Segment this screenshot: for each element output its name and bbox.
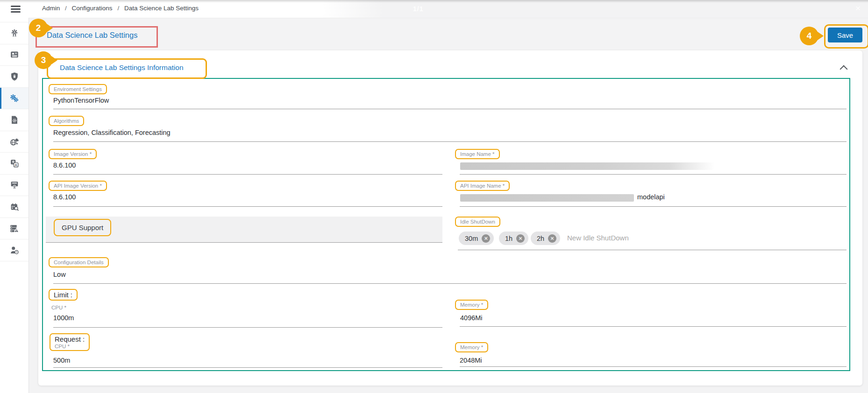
annotation-teal-region: Enviroment Settings PythonTensorFlow Alg… xyxy=(42,78,850,371)
sidebar-item-certificates[interactable] xyxy=(0,175,28,196)
sidebar-spacer xyxy=(0,18,28,22)
sidebar-item-configurations[interactable] xyxy=(0,88,28,110)
user-clock-icon xyxy=(9,245,20,255)
app-root: { "header": { "breadcrumb": ["Admin", "C… xyxy=(0,0,868,393)
api-image-name-redacted-value xyxy=(460,194,634,202)
chip-text: 30m xyxy=(465,235,478,242)
limit-memory-value: 4096Mi xyxy=(460,314,483,322)
annotation-badge-2: 2 xyxy=(29,19,48,37)
sidebar-nav: A xyxy=(0,18,29,393)
breadcrumb-admin[interactable]: Admin xyxy=(42,5,60,12)
algorithms-label: Algorithms xyxy=(49,116,84,126)
configuration-details-label: Configuration Details xyxy=(49,257,109,267)
request-cpu-value: 500m xyxy=(53,357,70,364)
sidebar-item-quality[interactable] xyxy=(0,22,28,44)
field-underline xyxy=(53,283,847,284)
sidebar-item-security[interactable] xyxy=(0,66,28,88)
limit-group-text: Limit : xyxy=(54,291,72,299)
svg-text:A: A xyxy=(14,163,17,167)
sidebar-item-network[interactable] xyxy=(0,131,28,153)
api-image-version-label: API Image Version * xyxy=(49,181,107,191)
sidebar-item-schedule[interactable] xyxy=(0,196,28,218)
sidebar-item-file-settings[interactable] xyxy=(0,109,28,131)
page-title: Data Science Lab Settings xyxy=(47,31,137,40)
collapse-chevron-icon[interactable] xyxy=(841,64,847,70)
certificate-icon xyxy=(9,180,20,190)
field-underline xyxy=(460,174,847,175)
algorithms-value: Regression, Classification, Forecasting xyxy=(53,129,171,136)
hamburger-menu-icon[interactable] xyxy=(11,6,21,13)
field-underline xyxy=(53,367,442,368)
globe-cloud-icon xyxy=(9,136,20,147)
idle-shutdown-label: Idle ShutDown xyxy=(455,217,500,227)
viewer-page-indicator: 1/1 xyxy=(413,5,423,13)
shield-lock-icon xyxy=(9,71,20,82)
request-group-text: Request : xyxy=(55,335,85,343)
breadcrumb-separator: / xyxy=(117,5,119,12)
quality-badge-icon xyxy=(9,28,20,38)
breadcrumb-current-page: Data Science Lab Settings xyxy=(124,5,199,12)
breadcrumb-configurations[interactable]: Configurations xyxy=(72,5,113,12)
section-title: Data Science Lab Settings Information xyxy=(60,63,184,72)
field-underline xyxy=(53,174,442,175)
api-image-version-value: 8.6.100 xyxy=(53,193,76,201)
calendar-search-icon xyxy=(9,202,20,212)
idle-shutdown-chip: 2h × xyxy=(531,232,560,245)
image-version-value: 8.6.100 xyxy=(53,161,76,169)
sidebar-item-translate[interactable]: A xyxy=(0,153,28,175)
chip-remove-icon[interactable]: × xyxy=(516,234,525,243)
image-name-redacted-value xyxy=(460,162,715,170)
request-group-label: Request : CPU * xyxy=(50,333,90,351)
viewer-close-icon[interactable]: × xyxy=(855,3,861,14)
chip-text: 1h xyxy=(505,235,512,242)
sidebar-item-system-alerts[interactable] xyxy=(0,218,28,240)
idle-shutdown-chip: 30m × xyxy=(459,232,494,245)
field-underline xyxy=(53,109,847,109)
chip-text: 2h xyxy=(537,235,544,242)
settings-gears-icon xyxy=(9,93,20,104)
gpu-support-label: GPU Support xyxy=(54,219,111,236)
chip-remove-icon[interactable]: × xyxy=(548,234,556,243)
api-image-name-suffix: modelapi xyxy=(637,193,665,201)
file-gear-icon xyxy=(9,115,20,125)
idle-shutdown-chip: 1h × xyxy=(499,232,528,245)
annotation-badge-3: 3 xyxy=(35,51,52,69)
limit-memory-label: Memory * xyxy=(455,300,488,310)
new-idle-shutdown-input[interactable]: New Idle ShutDown xyxy=(567,234,629,242)
request-memory-label: Memory * xyxy=(455,342,488,352)
annotation-badge-4: 4 xyxy=(800,27,818,45)
limit-cpu-value: 1000m xyxy=(53,314,74,322)
configuration-details-value: Low xyxy=(53,271,66,278)
image-version-label: Image Version * xyxy=(49,149,97,159)
breadcrumb: Admin / Configurations / Data Science La… xyxy=(42,5,199,12)
limit-group-label: Limit : xyxy=(49,289,78,301)
api-image-name-label: API Image Name * xyxy=(455,181,510,191)
field-underline xyxy=(460,366,847,367)
chip-remove-icon[interactable]: × xyxy=(482,234,490,243)
field-underline xyxy=(458,250,847,250)
invoice-document-icon xyxy=(9,49,20,60)
settings-card: Data Science Lab Settings Information En… xyxy=(38,50,862,386)
field-underline xyxy=(53,206,442,207)
sidebar-item-user-sessions[interactable] xyxy=(0,239,28,261)
field-underline xyxy=(460,206,847,207)
server-warning-icon xyxy=(9,223,20,234)
field-underline xyxy=(53,141,847,142)
field-underline xyxy=(460,326,847,327)
request-cpu-label: CPU * xyxy=(55,344,85,349)
image-name-label: Image Name * xyxy=(455,149,500,159)
field-underline xyxy=(53,327,442,328)
breadcrumb-separator: / xyxy=(65,5,67,12)
environment-settings-value: PythonTensorFlow xyxy=(53,97,109,104)
sidebar-item-invoice[interactable] xyxy=(0,44,28,66)
translate-icon: A xyxy=(9,158,20,168)
environment-settings-label: Enviroment Settings xyxy=(49,84,107,94)
limit-cpu-label: CPU * xyxy=(51,305,66,310)
save-button[interactable]: Save xyxy=(828,28,862,42)
request-memory-value: 2048Mi xyxy=(460,357,482,364)
